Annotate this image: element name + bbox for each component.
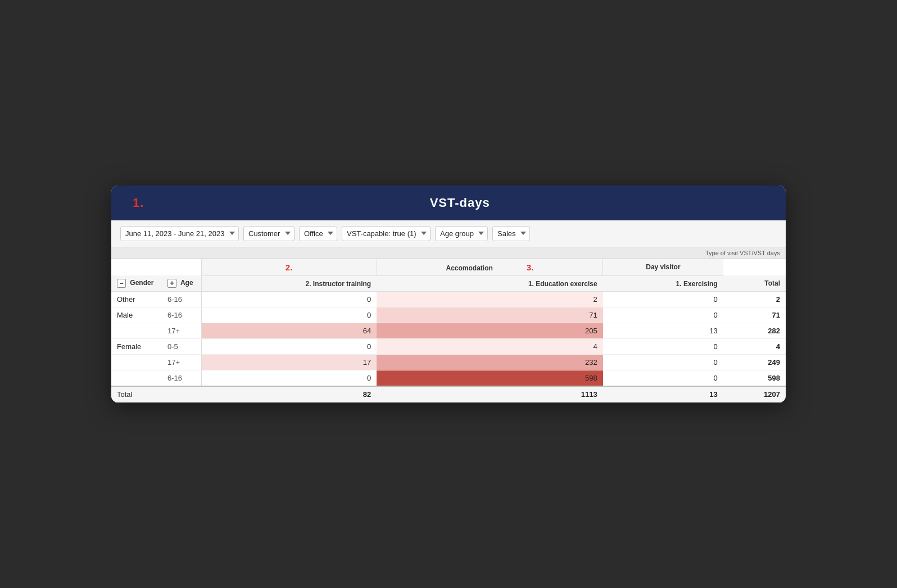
education-cell: 4 — [377, 339, 602, 355]
table-row: Other6-160202 — [111, 292, 786, 307]
footer-label: Total — [111, 386, 201, 402]
page-header: 1. VST-days — [111, 186, 786, 220]
gender-cell — [111, 355, 162, 370]
exercising-cell: 0 — [603, 370, 723, 387]
gender-cell: Other — [111, 292, 162, 307]
day-visitor-header: Day visitor — [646, 263, 680, 271]
age-cell: 0-5 — [162, 339, 201, 355]
table-row: 17+6420513282 — [111, 323, 786, 339]
footer-education: 1113 — [377, 386, 602, 402]
gender-cell: Male — [111, 307, 162, 323]
app-container: 1. VST-days June 11, 2023 - June 21, 202… — [111, 186, 786, 403]
col-total: Total — [723, 275, 786, 292]
education-cell: 598 — [377, 370, 602, 387]
table-row: Female0-50404 — [111, 339, 786, 355]
customer-filter[interactable]: Customer — [243, 226, 295, 241]
total-cell: 249 — [723, 355, 786, 370]
instructor-cell: 64 — [201, 323, 377, 339]
total-cell: 71 — [723, 307, 786, 323]
instructor-cell: 0 — [201, 370, 377, 387]
filter-bar: June 11, 2023 - June 21, 2023 Customer O… — [111, 220, 786, 247]
table-row: Male6-16071071 — [111, 307, 786, 323]
col-instructor: 2. Instructor training — [201, 275, 377, 292]
column-header-row: − Gender + Age 2. Instructor training 1.… — [111, 275, 786, 292]
footer-exercising: 13 — [603, 386, 723, 402]
table-row: 6-1605980598 — [111, 370, 786, 387]
footer-total: 1207 — [723, 386, 786, 402]
vst-capable-filter[interactable]: VST-capable: true (1) — [342, 226, 431, 241]
sales-filter[interactable]: Sales — [492, 226, 530, 241]
instructor-cell: 0 — [201, 307, 377, 323]
step3-label: 3. — [527, 263, 534, 272]
age-cell: 6-16 — [162, 292, 201, 307]
instructor-cell: 0 — [201, 292, 377, 307]
instructor-cell: 0 — [201, 339, 377, 355]
age-cell: 17+ — [162, 323, 201, 339]
age-group-filter[interactable]: Age group — [435, 226, 488, 241]
age-cell: 6-16 — [162, 370, 201, 387]
page-title: VST-days — [430, 196, 490, 210]
step2-label: 2. — [286, 263, 293, 272]
exercising-cell: 0 — [603, 339, 723, 355]
exercising-cell: 0 — [603, 292, 723, 307]
accommodation-header: Accomodation — [446, 264, 492, 272]
col-education: 1. Education exercise — [377, 275, 602, 292]
age-expand-btn[interactable]: + — [167, 279, 176, 288]
gender-cell — [111, 323, 162, 339]
exercising-cell: 13 — [603, 323, 723, 339]
col-exercising: 1. Exercising — [603, 275, 723, 292]
data-table: 2. Accomodation 3. Day visitor — [111, 259, 786, 403]
footer-row: Total 82 1113 13 1207 — [111, 386, 786, 402]
age-cell: 6-16 — [162, 307, 201, 323]
total-cell: 598 — [723, 370, 786, 387]
education-cell: 2 — [377, 292, 602, 307]
education-cell: 232 — [377, 355, 602, 370]
gender-cell — [111, 370, 162, 387]
gender-cell: Female — [111, 339, 162, 355]
office-filter[interactable]: Office — [299, 226, 337, 241]
table-row: 17+172320249 — [111, 355, 786, 370]
exercising-cell: 0 — [603, 355, 723, 370]
total-cell: 282 — [723, 323, 786, 339]
education-cell: 205 — [377, 323, 602, 339]
age-cell: 17+ — [162, 355, 201, 370]
footer-instructor: 82 — [201, 386, 377, 402]
education-cell: 71 — [377, 307, 602, 323]
total-cell: 4 — [723, 339, 786, 355]
type-label: Type of visit VST/VST days — [111, 247, 786, 259]
total-cell: 2 — [723, 292, 786, 307]
date-range-filter[interactable]: June 11, 2023 - June 21, 2023 — [120, 226, 239, 241]
gender-collapse-btn[interactable]: − — [117, 279, 126, 288]
exercising-cell: 0 — [603, 307, 723, 323]
group-header-row: 2. Accomodation 3. Day visitor — [111, 259, 786, 276]
instructor-cell: 17 — [201, 355, 377, 370]
step-label: 1. — [133, 196, 144, 210]
